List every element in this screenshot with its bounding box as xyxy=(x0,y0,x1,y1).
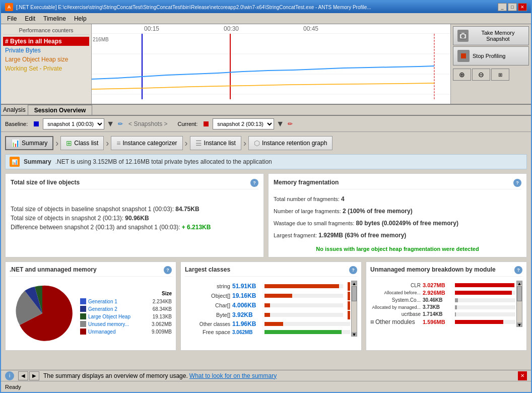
status-forward-button[interactable]: ▶ xyxy=(29,371,39,380)
net-unmanaged-card: .NET and unmanaged memory ? xyxy=(5,261,176,351)
unmanaged-color xyxy=(80,329,86,335)
class-row-other: Other classes 11.96KB xyxy=(185,320,350,328)
baseline-edit-icon[interactable]: ✏ xyxy=(116,120,124,128)
menu-help[interactable]: Help xyxy=(70,14,91,23)
instance-categorizer-button[interactable]: ≡ Instance categorizer xyxy=(111,136,182,150)
large-frags-row: Number of large fragments: 2 (100% of fr… xyxy=(274,208,521,215)
unmanaged-breakdown-info-icon[interactable]: ? xyxy=(514,266,522,274)
unmgd-row-systemco: System.Co... 30.46KB xyxy=(370,297,515,303)
baseline-label: Baseline: xyxy=(5,121,28,127)
class-scrollbar[interactable]: ▲ ▼ xyxy=(351,281,357,337)
instance-list-button[interactable]: ☰ Instance list xyxy=(190,136,241,150)
status-close-button[interactable]: ✕ xyxy=(518,371,527,380)
unused-value: 3.062MB xyxy=(152,321,172,327)
unmgd-bar-other-modules-outer xyxy=(455,320,515,324)
zoom-in-button[interactable]: ⊕ xyxy=(453,69,471,81)
menu-timeline[interactable]: Timeline xyxy=(39,14,70,23)
legend-unused: Unused memory... 3.062MB xyxy=(80,321,172,327)
net-unmanaged-info-icon[interactable]: ? xyxy=(164,266,172,274)
instance-retention-button[interactable]: ⬡ Instance retention graph xyxy=(248,136,332,150)
unmanaged-breakdown-card: Unmanaged memory breakdown by module ? C… xyxy=(366,261,527,351)
current-edit-icon[interactable]: ✏ xyxy=(286,120,294,128)
unmgd-val-allocated-before: 2.926MB xyxy=(423,290,453,296)
zoom-fit-button[interactable]: ⊞ xyxy=(491,69,509,81)
unmgd-scrollbar-thumb[interactable] xyxy=(517,286,522,301)
class-row-char: Char[] 4.006KB ▐ xyxy=(185,301,350,309)
zoom-controls: ⊕ ⊖ ⊞ xyxy=(453,69,529,81)
svg-point-7 xyxy=(461,35,464,38)
unmanaged-value: 9.009MB xyxy=(152,329,172,335)
largest-classes-info-icon[interactable]: ? xyxy=(349,266,357,274)
current-dropdown-icon[interactable]: ▼ xyxy=(276,119,284,128)
wastage-row: Wastage due to small fragments: 80 bytes… xyxy=(274,220,521,227)
perf-item-bytes-heaps[interactable]: # Bytes in all Heaps xyxy=(3,37,89,46)
class-val-object: 19.16KB xyxy=(232,292,262,299)
class-row-string: string 51.91KB ▐ xyxy=(185,282,350,290)
unmgd-bar-clr-outer xyxy=(455,283,515,287)
snapshot2-size-row: Total size of objects in snapshot 2 (00:… xyxy=(11,215,258,222)
memory-frag-title: Memory fragmentation ? xyxy=(274,179,521,189)
scrollbar-thumb[interactable] xyxy=(352,286,357,301)
legend-gen2: Generation 2 68.34KB xyxy=(80,306,172,312)
gen1-value: 2.234KB xyxy=(153,299,172,304)
zoom-out-button[interactable]: ⊖ xyxy=(472,69,490,81)
live-objects-card: Total size of live objects ? Total size … xyxy=(5,173,264,257)
summary-button[interactable]: 📊 Summary xyxy=(5,136,53,150)
top-cards-row: Total size of live objects ? Total size … xyxy=(5,173,527,257)
largest-frag-row: Largest fragment: 1.929MB (63% of free m… xyxy=(274,232,521,239)
minimize-button[interactable]: _ xyxy=(498,3,507,11)
status-message: The summary displays an overview of memo… xyxy=(43,372,514,379)
unmgd-scrollbar-up[interactable]: ▲ xyxy=(517,281,522,285)
baseline-size-row: Total size of objects in baseline snapsh… xyxy=(11,206,258,213)
session-overview-tab[interactable]: Session Overview xyxy=(28,105,93,115)
current-select[interactable]: snapshot 2 (00:13) xyxy=(213,118,274,129)
unmgd-bar-allocated-before-outer xyxy=(455,291,515,295)
menu-file[interactable]: File xyxy=(3,14,21,23)
nav-arrow-2: › xyxy=(106,138,109,149)
perf-item-working-set[interactable]: Working Set - Private xyxy=(3,64,89,73)
scrollbar-down[interactable]: ▼ xyxy=(352,332,357,336)
nav-buttons-row: 📊 Summary › ⊞ Class list › ≡ Instance ca… xyxy=(1,132,531,154)
class-icon: ⊞ xyxy=(66,139,72,147)
live-objects-title: Total size of live objects ? xyxy=(11,179,258,189)
current-color-indicator xyxy=(204,121,209,126)
status-link[interactable]: What to look for on the summary xyxy=(189,372,277,379)
class-list-button[interactable]: ⊞ Class list xyxy=(60,136,104,150)
perf-item-private-bytes[interactable]: Private Bytes xyxy=(3,46,89,55)
loh-name: Large Object Heap xyxy=(88,314,151,319)
close-button[interactable]: ✕ xyxy=(518,3,527,11)
take-memory-snapshot-button[interactable]: Take Memory Snapshot xyxy=(453,26,529,45)
summary-bar-text: .NET is using 3.152MB of 12.16MB total p… xyxy=(55,158,272,165)
pie-legend: Size Generation 1 2.234KB Generation 2 6… xyxy=(80,291,172,336)
maximize-button[interactable]: □ xyxy=(508,3,517,11)
perf-item-large-heap[interactable]: Large Object Heap size xyxy=(3,55,89,64)
expand-icon[interactable]: ⊞ xyxy=(370,319,374,324)
unmgd-scrollbar-down[interactable]: ▼ xyxy=(517,322,522,326)
baseline-dropdown-icon[interactable]: ▼ xyxy=(106,119,114,128)
stop-profiling-label: Stop Profiling xyxy=(473,53,505,59)
gen2-color xyxy=(80,306,86,312)
unmanaged-breakdown-content: CLR 3.027MB Allocated before... 2.926MB … xyxy=(370,281,522,327)
memory-frag-info-icon[interactable]: ? xyxy=(513,179,521,187)
bottom-section: Analysis Session Overview Baseline: snap… xyxy=(1,105,531,370)
unmgd-row-clr: CLR 3.027MB xyxy=(370,282,515,288)
status-back-button[interactable]: ◀ xyxy=(18,371,28,380)
right-panel: Take Memory Snapshot Stop Profiling ⊕ ⊖ … xyxy=(450,24,531,104)
legend-unmanaged: Unmanaged 9.009MB xyxy=(80,329,172,335)
scrollbar-up[interactable]: ▲ xyxy=(352,281,357,285)
unmanaged-scrollbar[interactable]: ▲ ▼ xyxy=(516,281,522,327)
class-bar-free-outer xyxy=(264,330,350,334)
char-marker: ▐ xyxy=(345,301,350,309)
chart-time-1: 00:15 xyxy=(112,25,191,32)
stop-profiling-button[interactable]: Stop Profiling xyxy=(453,46,529,66)
class-name-char: Char[] xyxy=(185,302,230,308)
live-objects-info-icon[interactable]: ? xyxy=(250,179,258,187)
size-header: Size xyxy=(80,291,172,296)
no-issues-message: No issues with large object heap fragmen… xyxy=(274,246,521,252)
menu-edit[interactable]: Edit xyxy=(21,14,39,23)
class-row-byte: Byte[] 3.92KB ▐ xyxy=(185,311,350,319)
unmanaged-breakdown-title: Unmanaged memory breakdown by module ? xyxy=(370,266,522,277)
class-bar-free xyxy=(264,330,342,334)
analysis-bar: Analysis Session Overview xyxy=(1,105,531,116)
baseline-select[interactable]: snapshot 1 (00:03) xyxy=(43,118,104,129)
